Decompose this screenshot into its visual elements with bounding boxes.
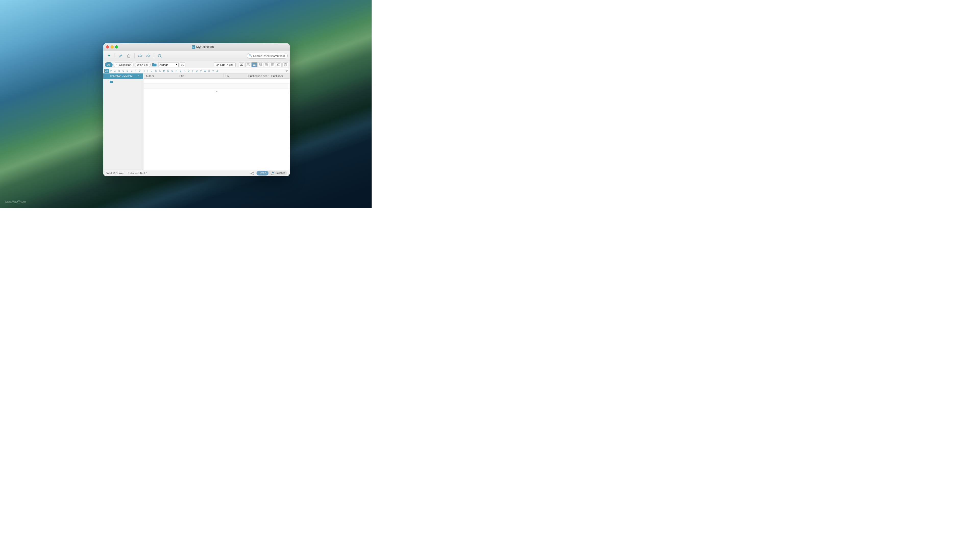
alpha-u-button[interactable]: U (195, 69, 199, 73)
minimize-button[interactable] (110, 45, 114, 48)
edit-in-list-button[interactable]: Edit in List (214, 62, 235, 67)
alpha-hash-button[interactable]: # (109, 69, 113, 73)
details-button[interactable]: Details (256, 171, 269, 176)
cloud-download-button[interactable] (145, 52, 152, 59)
empty-row-1 (144, 79, 290, 84)
view-cover-button[interactable] (276, 62, 282, 67)
column-header-pubyear[interactable]: Publication Year (246, 75, 269, 78)
status-bar: Total: 0 Books Selected: 0 of 0 Details (103, 170, 290, 176)
sidebar-subfolder-item[interactable] (103, 79, 143, 85)
svg-rect-15 (278, 64, 280, 66)
title-bar: M MyCollection (103, 43, 290, 51)
svg-point-16 (285, 64, 286, 65)
share-button[interactable] (250, 171, 255, 176)
svg-rect-9 (259, 64, 260, 65)
alpha-bar: All # A B C D E F G H I J K L M N O P Q … (103, 68, 290, 73)
svg-rect-5 (247, 65, 249, 66)
view-table-button[interactable] (270, 62, 275, 67)
alpha-y-button[interactable]: Y (211, 69, 215, 73)
alpha-j-button[interactable]: J (150, 69, 154, 73)
book-list-header: Author Title ISBN Publication Year Publi… (144, 73, 290, 79)
close-button[interactable] (106, 45, 109, 48)
svg-rect-7 (253, 65, 256, 65)
svg-rect-10 (261, 64, 262, 65)
column-header-publisher[interactable]: Publisher (269, 75, 290, 78)
traffic-lights (106, 45, 118, 48)
column-header-title[interactable]: Title (177, 75, 221, 78)
alpha-r-button[interactable]: R (183, 69, 186, 73)
sidebar-collection-label: Collection - MyCollection.bk... (110, 75, 135, 78)
alpha-x-button[interactable]: X (207, 69, 211, 73)
sort-button[interactable] (180, 62, 185, 67)
statistics-button[interactable]: Statistics (269, 171, 287, 176)
alpha-f-button[interactable]: F (134, 69, 138, 73)
find-button[interactable] (156, 52, 163, 59)
view-list-detail-button[interactable] (245, 62, 251, 67)
svg-rect-12 (261, 65, 262, 66)
maximize-button[interactable] (115, 45, 118, 48)
delete-button[interactable] (125, 52, 132, 59)
window-title: M MyCollection (118, 45, 287, 49)
alpha-g-button[interactable]: G (138, 69, 142, 73)
column-header-author[interactable]: Author (144, 75, 177, 78)
search-input[interactable] (247, 53, 288, 59)
folder-icon (105, 74, 109, 78)
scroll-indicator (216, 91, 218, 92)
watermark-text: www.MacW.com (5, 200, 26, 203)
svg-rect-6 (253, 64, 256, 64)
all-filter-button[interactable]: All (105, 62, 113, 67)
alpha-v-button[interactable]: V (199, 69, 203, 73)
alpha-p-button[interactable]: P (174, 69, 178, 73)
view-list-active-button[interactable] (251, 62, 257, 67)
cloud-upload-button[interactable] (137, 52, 144, 59)
toolbar: + (103, 51, 290, 61)
details-stats-toggle: Details Statistics (256, 171, 287, 176)
alpha-b-button[interactable]: B (117, 69, 121, 73)
alpha-e-button[interactable]: E (129, 69, 134, 73)
alpha-q-button[interactable]: Q (178, 69, 183, 73)
compare-button[interactable] (239, 62, 244, 67)
alpha-a-button[interactable]: A (113, 69, 117, 73)
add-button[interactable]: + (105, 52, 113, 59)
collection-badge: 0 (137, 75, 141, 78)
svg-rect-4 (247, 64, 249, 64)
alpha-d-button[interactable]: D (125, 69, 129, 73)
scroll-indicator-area (144, 89, 290, 94)
app-icon: M (192, 45, 195, 49)
alpha-c-button[interactable]: C (121, 69, 125, 73)
alpha-l-button[interactable]: L (158, 69, 162, 73)
alpha-h-button[interactable]: H (142, 69, 146, 73)
column-header-isbn[interactable]: ISBN (221, 75, 246, 78)
main-content: Collection - MyCollection.bk... 0 Author… (103, 73, 290, 170)
view-buttons (245, 62, 282, 67)
folder-icon-button[interactable] (151, 62, 157, 67)
column-settings-button[interactable] (283, 62, 288, 67)
alpha-w-button[interactable]: W (203, 69, 207, 73)
alpha-z-button[interactable]: Z (215, 69, 219, 73)
checkmark-icon: ✓ (116, 63, 118, 66)
view-grid-small-button[interactable] (258, 62, 263, 67)
svg-point-19 (253, 174, 254, 175)
edit-button[interactable] (117, 52, 124, 59)
svg-point-18 (251, 173, 251, 174)
alpha-n-button[interactable]: N (166, 69, 170, 73)
alpha-m-button[interactable]: M (162, 69, 166, 73)
author-dropdown[interactable]: Author ▼ (158, 62, 179, 67)
alpha-i-button[interactable]: I (146, 69, 150, 73)
toolbar-separator-1 (115, 53, 115, 59)
collection-filter-button[interactable]: ✓ Collection (114, 62, 134, 67)
alpha-t-button[interactable]: T (191, 69, 195, 73)
alpha-all-button[interactable]: All (104, 69, 109, 73)
search-icon: 🔍 (248, 54, 252, 57)
alpha-s-button[interactable]: S (186, 69, 191, 73)
sidebar-item-collection[interactable]: Collection - MyCollection.bk... 0 (103, 73, 143, 79)
alpha-settings-button[interactable]: ⚙ (285, 69, 289, 73)
empty-row-2 (144, 84, 290, 89)
toolbar-separator-2 (134, 53, 135, 59)
alpha-o-button[interactable]: O (170, 69, 174, 73)
view-grid-large-button[interactable] (264, 62, 269, 67)
wishlist-filter-button[interactable]: Wish List (135, 62, 151, 67)
search-wrapper: 🔍 (247, 53, 288, 59)
selected-count-label: Selected: 0 of 0 (127, 171, 147, 175)
alpha-k-button[interactable]: K (154, 69, 158, 73)
